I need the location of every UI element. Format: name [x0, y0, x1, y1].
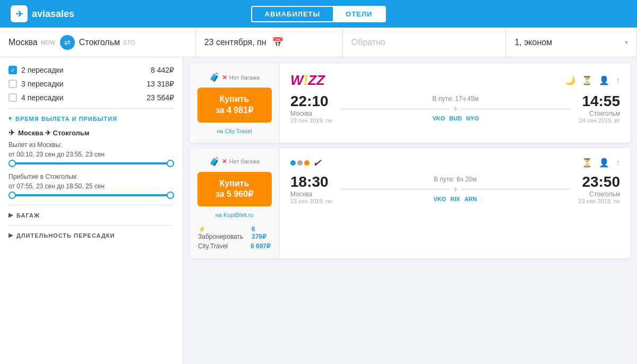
- share-icon[interactable]: ↑: [616, 76, 620, 85]
- baggage-label-2: Нет багажа: [229, 158, 260, 164]
- dot3: [304, 160, 309, 166]
- checkbox-stop3[interactable]: [8, 80, 17, 88]
- flight-card-2: 🧳 ✕ Нет багажа Купить за 5 960₽ на KupiB…: [190, 148, 631, 259]
- timer-icon-2: ⏳: [582, 158, 592, 168]
- route-line-1: ✈: [341, 105, 571, 113]
- tab-flights[interactable]: АВИАБИЛЕТЫ: [252, 7, 333, 21]
- passengers-field[interactable]: 1, эконом ▾: [506, 28, 637, 57]
- passengers-text: 1, эконом: [514, 38, 552, 47]
- depart-date-2: 23 сен 2019, пн: [290, 198, 332, 204]
- arrive-date-1: 24 сен 2019, вт: [579, 117, 620, 124]
- chevron-right-icon-duration: ▶: [8, 232, 13, 239]
- action-icons-2: ⏳ 👤 ↑: [582, 158, 620, 168]
- stop-vko-1: VKO: [432, 115, 445, 122]
- duration-section-title[interactable]: ▶ ДЛИТЕЛЬНОСТЬ ПЕРЕСАДКИ: [8, 232, 174, 239]
- arrive-time-2: 23:50: [578, 174, 620, 190]
- depart-info-1: 22:10 Москва 23 сен 2019, пн: [290, 93, 332, 124]
- arrive-city-2: Стокгольм: [578, 190, 620, 198]
- chevron-down-icon-time: ▾: [8, 115, 12, 122]
- alt-source-2: City.Travel: [198, 242, 228, 250]
- dot1: [290, 160, 296, 166]
- buy-label-2: Купить: [208, 178, 261, 189]
- buy-price-1: за 4 981₽: [208, 105, 261, 116]
- stop4-price: 23 564₽: [147, 93, 174, 102]
- filter-stop-4[interactable]: 4 пересадки 23 564₽: [8, 93, 174, 102]
- card-right-1: W!ZZ 🌙 ⏳ 👤 ↑ 22:10 Москва 23 сен 2019, п…: [280, 64, 631, 143]
- moon-icon: 🌙: [565, 75, 575, 85]
- checkbox-stop2[interactable]: ✓: [8, 66, 17, 74]
- origin-code: MOW: [41, 39, 56, 46]
- buy-button-1[interactable]: Купить за 4 981₽: [197, 88, 272, 123]
- checkbox-stop4[interactable]: [8, 93, 17, 102]
- nav-tabs: АВИАБИЛЕТЫ ОТЕЛИ: [251, 6, 386, 22]
- baggage-icon-2: 🧳: [209, 157, 220, 167]
- date-field[interactable]: 23 сентября, пн 📅: [196, 28, 343, 57]
- arrive-slider-left[interactable]: [8, 192, 16, 199]
- arrive-slider-right[interactable]: [167, 192, 174, 199]
- dest-city: Стокгольм: [79, 38, 120, 47]
- chevron-right-icon-baggage: ▶: [8, 212, 13, 219]
- card-left-1: 🧳 ✕ Нет багажа Купить за 4 981₽ на City.…: [190, 64, 280, 143]
- divider-1: [8, 108, 174, 109]
- action-icons-1: 🌙 ⏳ 👤 ↑: [565, 75, 620, 85]
- logo-text: aviasales: [32, 8, 74, 20]
- flight-times-1: 22:10 Москва 23 сен 2019, пн В пути: 17ч…: [290, 93, 620, 124]
- filter-stop-3[interactable]: 3 пересадки 13 318₽: [8, 80, 174, 88]
- alt-price-row-2[interactable]: City.Travel 6 697₽: [198, 242, 271, 250]
- results-list: 🧳 ✕ Нет багажа Купить за 4 981₽ на City.…: [183, 57, 637, 364]
- nike-logo: ✔: [313, 157, 322, 169]
- flight-times-2: 18:30 Москва 23 сен 2019, пн В пути: 6ч …: [290, 174, 620, 204]
- return-field[interactable]: Обратно: [343, 28, 506, 57]
- stops-row-2: VKO RIX ARN: [433, 196, 477, 202]
- buy-price-2: за 5 960₽: [208, 189, 261, 200]
- dots-logo: [290, 160, 309, 166]
- chevron-down-icon: ▾: [625, 39, 628, 46]
- dot2: [297, 160, 303, 166]
- stop2-label: 2 пересадки: [21, 66, 64, 74]
- depart-city-2: Москва: [290, 190, 332, 198]
- depart-info-2: 18:30 Москва 23 сен 2019, пн: [290, 174, 332, 204]
- arrive-range: от 07:55, 23 сен до 18:50, 25 сен: [8, 183, 174, 190]
- plane-route-icon-1: ✈: [452, 105, 459, 113]
- flash-icon: ⚡: [198, 226, 206, 233]
- person-icon: 👤: [599, 75, 609, 85]
- wizz-logo: W!ZZ: [290, 72, 325, 89]
- swap-button[interactable]: ⇄: [60, 35, 75, 50]
- logo: ✈ aviasales: [11, 5, 74, 22]
- search-bar: Москва MOW ⇄ Стокгольм STO 23 сентября, …: [0, 28, 637, 57]
- share-icon-2[interactable]: ↑: [616, 158, 620, 168]
- airline-row-1: W!ZZ 🌙 ⏳ 👤 ↑: [290, 72, 620, 89]
- baggage-label-1: Нет багажа: [229, 74, 260, 81]
- depart-date: 23 сентября, пн: [204, 38, 266, 47]
- dest-code: STO: [123, 39, 135, 46]
- alt-source-1: ⚡ Забронировать: [198, 226, 252, 240]
- time-section-title[interactable]: ▾ ВРЕМЯ ВЫЛЕТА И ПРИБЫТИЯ: [8, 115, 174, 122]
- stop-arn-2: ARN: [464, 196, 477, 202]
- arrive-label: Прибытие в Стокгольм:: [8, 173, 174, 180]
- depart-slider[interactable]: [8, 162, 174, 164]
- route-middle-2: В пути: 6ч 20м ✈ VKO RIX ARN: [332, 176, 579, 202]
- baggage-section-title[interactable]: ▶ БАГАЖ: [8, 212, 174, 219]
- sidebar: ✓ 2 пересадки 8 442₽ 3 пересадки 13 318₽…: [0, 57, 183, 364]
- main-content: ✓ 2 пересадки 8 442₽ 3 пересадки 13 318₽…: [0, 57, 637, 364]
- origin-field[interactable]: Москва MOW ⇄ Стокгольм STO: [0, 28, 196, 57]
- arrive-date-2: 23 сен 2019, пн: [578, 198, 620, 204]
- depart-slider-right[interactable]: [167, 160, 174, 167]
- card-right-2: ✔ ⏳ 👤 ↑ 18:30 Москва 23 сен 2019, пн: [280, 148, 631, 259]
- arrive-slider[interactable]: [8, 194, 174, 196]
- wizz-exclaim: !: [304, 72, 308, 88]
- route-header: ✈ Москва ✈ Стокгольм: [8, 128, 174, 137]
- alt-price-row-1[interactable]: ⚡ Забронировать 6 379₽: [198, 226, 271, 240]
- airline-row-2: ✔ ⏳ 👤 ↑: [290, 157, 620, 169]
- depart-slider-left[interactable]: [8, 160, 16, 167]
- route-middle-1: В пути: 17ч 45м ✈ VKO BUD NYO: [332, 95, 579, 122]
- buy-button-2[interactable]: Купить за 5 960₽: [197, 172, 272, 207]
- flight-card-1: 🧳 ✕ Нет багажа Купить за 4 981₽ на City.…: [190, 64, 631, 143]
- filter-stop-2[interactable]: ✓ 2 пересадки 8 442₽: [8, 66, 174, 74]
- stop-bud-1: BUD: [449, 115, 462, 122]
- stop-rix-2: RIX: [450, 196, 460, 202]
- stop-nyo-1: NYO: [466, 115, 479, 122]
- duration-2: В пути: 6ч 20м: [434, 176, 477, 183]
- tab-hotels[interactable]: ОТЕЛИ: [333, 7, 385, 21]
- stops-row-1: VKO BUD NYO: [432, 115, 479, 122]
